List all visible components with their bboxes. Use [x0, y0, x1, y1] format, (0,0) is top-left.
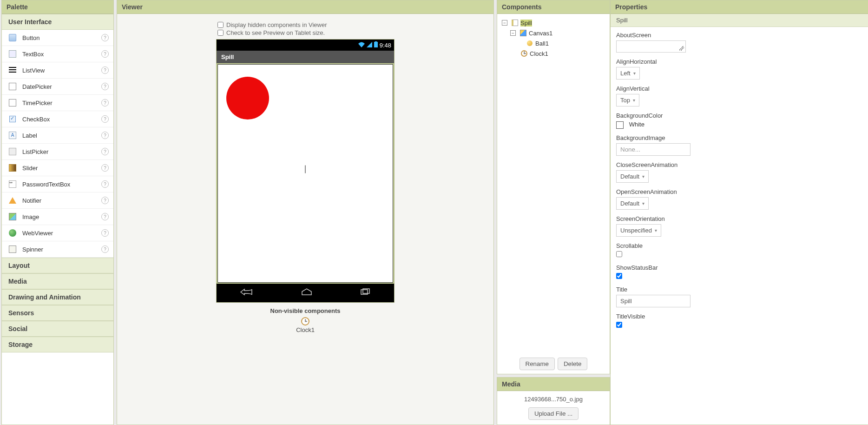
label-icon: A	[8, 131, 17, 139]
wifi-icon	[358, 42, 365, 49]
tree-item-canvas[interactable]: − Canvas1	[509, 28, 606, 38]
backgroundcolor-picker[interactable]: White	[616, 121, 864, 129]
prop-label-bgcolor: BackgroundColor	[616, 112, 864, 119]
components-header: Components	[497, 0, 610, 14]
collapse-icon[interactable]: −	[510, 30, 516, 36]
upload-file-button[interactable]: Upload File ...	[528, 407, 579, 420]
help-icon[interactable]: ?	[101, 99, 109, 106]
alignvertical-select[interactable]: Top	[616, 94, 639, 106]
backgroundimage-input[interactable]	[616, 143, 690, 156]
palette-item-image[interactable]: Image?	[2, 209, 113, 225]
palette-section-drawing[interactable]: Drawing and Animation	[2, 289, 113, 305]
viewer-panel: Viewer Display hidden components in View…	[117, 0, 494, 425]
help-icon[interactable]: ?	[101, 115, 109, 123]
help-icon[interactable]: ?	[101, 246, 109, 253]
palette-item-spinner[interactable]: Spinner?	[2, 241, 113, 258]
palette-item-slider[interactable]: Slider?	[2, 160, 113, 176]
palette-item-label: Notifier	[22, 197, 41, 204]
tree-item-clock[interactable]: Clock1	[518, 48, 606, 59]
help-icon[interactable]: ?	[101, 197, 109, 204]
help-icon[interactable]: ?	[101, 229, 109, 237]
alignhorizontal-select[interactable]: Left	[616, 67, 640, 80]
help-icon[interactable]: ?	[101, 148, 109, 155]
canvas-area[interactable]	[217, 64, 393, 283]
palette-item-listview[interactable]: ListView?	[2, 62, 113, 79]
media-file-item[interactable]: 12493668...750_o.jpg	[502, 396, 605, 403]
palette-item-datepicker[interactable]: DatePicker?	[2, 79, 113, 95]
palette-item-label: TextBox	[22, 51, 44, 58]
palette-item-textbox[interactable]: TextBox?	[2, 46, 113, 62]
screenorientation-select[interactable]: Unspecified	[616, 224, 661, 237]
canvas-icon	[305, 166, 306, 173]
delete-button[interactable]: Delete	[558, 358, 588, 370]
viewer-check-tablet[interactable]: Check to see Preview on Tablet size.	[217, 29, 325, 36]
palette-item-label[interactable]: ALabel?	[2, 127, 113, 144]
palette-item-label: Button	[22, 34, 40, 41]
nonvisible-item-clock[interactable]: Clock1	[270, 317, 341, 333]
palette-item-notifier[interactable]: Notifier?	[2, 193, 113, 209]
listview-icon	[8, 66, 17, 74]
home-icon[interactable]	[301, 288, 313, 298]
palette-item-label: CheckBox	[22, 116, 50, 123]
palette-item-passwordtextbox[interactable]: **PasswordTextBox?	[2, 176, 113, 193]
palette-item-label: DatePicker	[22, 83, 52, 90]
prop-label-titlevisible: TitleVisible	[616, 313, 864, 320]
prop-label-openanim: OpenScreenAnimation	[616, 188, 864, 195]
tree-label: Spill	[520, 20, 532, 27]
palette-item-label: PasswordTextBox	[22, 181, 70, 188]
palette-item-listpicker[interactable]: ListPicker?	[2, 144, 113, 160]
palette-section-storage[interactable]: Storage	[2, 337, 113, 352]
spinner-icon	[8, 245, 17, 253]
closescreenanimation-select[interactable]: Default	[616, 170, 649, 183]
prop-label-title: Title	[616, 286, 864, 293]
phone-app-title: Spill	[217, 51, 394, 63]
nonvisible-item-label: Clock1	[270, 326, 341, 333]
help-icon[interactable]: ?	[101, 83, 109, 90]
help-icon[interactable]: ?	[101, 180, 109, 188]
tree-label: Ball1	[535, 40, 549, 47]
signal-icon	[367, 42, 372, 49]
palette-item-button[interactable]: Button?	[2, 30, 113, 46]
viewer-check-hidden[interactable]: Display hidden components in Viewer	[217, 21, 327, 28]
prop-label-alignv: AlignVertical	[616, 85, 864, 92]
phone-frame[interactable]: 9:48 Spill	[216, 39, 395, 303]
palette-item-label: Spinner	[22, 246, 43, 253]
showstatusbar-checkbox[interactable]	[616, 273, 622, 279]
palette-item-label: ListPicker	[22, 148, 48, 155]
properties-header: Properties	[611, 0, 868, 14]
aboutscreen-input[interactable]	[616, 40, 686, 53]
prop-label-showstatusbar: ShowStatusBar	[616, 264, 864, 271]
tree-item-ball[interactable]: Ball1	[523, 38, 606, 48]
tree-label: Canvas1	[529, 30, 552, 37]
tree-item-screen[interactable]: − Spill	[501, 18, 606, 28]
palette-section-media[interactable]: Media	[2, 273, 113, 289]
palette-section-user-interface[interactable]: User Interface	[2, 14, 113, 30]
palette-section-social[interactable]: Social	[2, 321, 113, 337]
ball-sprite[interactable]	[226, 77, 269, 120]
palette-section-layout[interactable]: Layout	[2, 258, 113, 273]
titlevisible-checkbox[interactable]	[616, 322, 622, 328]
rename-button[interactable]: Rename	[519, 358, 555, 370]
palette-item-timepicker[interactable]: TimePicker?	[2, 95, 113, 111]
scrollable-checkbox[interactable]	[616, 251, 622, 257]
help-icon[interactable]: ?	[101, 66, 109, 74]
properties-subject: Spill	[611, 14, 868, 27]
palette-header: Palette	[2, 0, 113, 14]
palette-item-checkbox[interactable]: CheckBox?	[2, 111, 113, 127]
help-icon[interactable]: ?	[101, 50, 109, 58]
palette-section-sensors[interactable]: Sensors	[2, 305, 113, 321]
palette-item-webviewer[interactable]: WebViewer?	[2, 225, 113, 241]
title-input[interactable]	[616, 295, 690, 307]
collapse-icon[interactable]: −	[502, 20, 507, 26]
openscreenanimation-select[interactable]: Default	[616, 197, 649, 210]
components-tree: − Spill − Canvas1 Ball1 Clock1	[497, 14, 610, 354]
nonvisible-title: Non-visible components	[270, 307, 341, 314]
back-icon[interactable]	[240, 288, 254, 298]
help-icon[interactable]: ?	[101, 34, 109, 41]
help-icon[interactable]: ?	[101, 213, 109, 220]
help-icon[interactable]: ?	[101, 132, 109, 139]
help-icon[interactable]: ?	[101, 164, 109, 172]
recent-icon[interactable]	[360, 288, 371, 298]
phone-status-bar: 9:48	[217, 40, 394, 51]
viewer-header: Viewer	[117, 0, 493, 14]
